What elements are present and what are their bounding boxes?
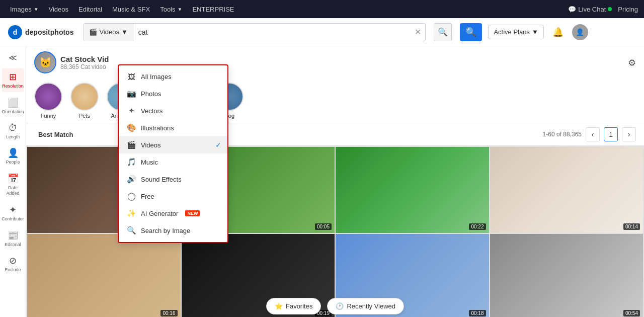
search-type-selector[interactable]: 🎬 Videos ▼ <box>84 24 133 41</box>
logo-text: depositphotos <box>25 28 73 36</box>
dropdown-videos[interactable]: 🎬 Videos ✓ <box>119 136 227 153</box>
favorites-button[interactable]: ⭐ Favorites <box>266 298 321 314</box>
orientation-icon: ⬜ <box>8 97 19 108</box>
active-plans-button[interactable]: Active Plans ▼ <box>488 25 543 39</box>
table-row[interactable]: 00:14 <box>490 147 643 233</box>
people-icon: 👤 <box>8 147 19 158</box>
user-avatar[interactable]: 👤 <box>572 24 588 40</box>
videos-icon: 🎬 <box>127 140 136 149</box>
video-duration: 00:05 <box>315 223 332 230</box>
category-pets[interactable]: Pets <box>70 83 99 119</box>
dropdown-search-by-image[interactable]: 🔍 Search by Image <box>119 222 227 239</box>
bottom-bar: ⭐ Favorites 🕐 Recently Viewed <box>26 295 644 317</box>
sound-effects-icon: 🔊 <box>127 175 136 184</box>
pagination-prev-button[interactable]: ‹ <box>586 127 600 141</box>
best-match-button[interactable]: Best Match <box>34 129 77 140</box>
settings-icon-button[interactable]: ⚙ <box>628 57 636 68</box>
sidebar-item-resolution[interactable]: ⊞ Resolution <box>2 68 24 92</box>
recently-viewed-button[interactable]: 🕐 Recently Viewed <box>327 298 404 314</box>
page-title-block: Cat Stock Vid 88,365 Cat video <box>60 55 109 70</box>
sidebar-item-orientation[interactable]: ⬜ Orientation <box>2 94 24 118</box>
sidebar-item-exclude[interactable]: ⊘ Exclude <box>2 252 24 276</box>
sidebar-toggle-button[interactable]: ≪ <box>4 50 22 64</box>
illustrations-icon: 🎨 <box>127 123 136 132</box>
pricing-button[interactable]: Pricing <box>618 6 638 13</box>
nav-enterprise[interactable]: ENTERPRISE <box>188 4 238 15</box>
page-subtitle: 88,365 Cat video <box>60 63 109 70</box>
chat-icon: 💬 <box>568 6 576 13</box>
sidebar-item-date-added[interactable]: 📅 Date Added <box>2 170 24 199</box>
dropdown-illustrations[interactable]: 🎨 Illustrations <box>119 119 227 136</box>
dropdown-photos[interactable]: 📷 Photos <box>119 85 227 102</box>
search-by-image-icon: 🔍 <box>127 226 136 235</box>
funny-circle-img <box>34 83 62 111</box>
dropdown-sound-effects[interactable]: 🔊 Sound Effects <box>119 171 227 188</box>
video-thumbnail-bg <box>336 147 489 233</box>
music-icon: 🎵 <box>127 157 136 167</box>
video-search-icon: 🎬 <box>89 28 97 36</box>
table-row[interactable]: 00:22 <box>336 147 489 233</box>
contributor-icon: ✦ <box>9 204 17 215</box>
search-input-wrap: 🎬 Videos ▼ ✕ <box>84 23 426 41</box>
free-icon: ◯ <box>127 192 136 201</box>
photos-cat-circle[interactable]: 🐱 <box>34 51 56 73</box>
nav-tools[interactable]: Tools ▼ <box>156 4 186 15</box>
main-layout: ≪ ⊞ Resolution ⬜ Orientation ⏱ Length 👤 … <box>0 46 644 317</box>
search-magnifier-icon: 🔍 <box>465 27 476 38</box>
notifications-button[interactable]: 🔔 <box>550 24 566 40</box>
star-icon: ⭐ <box>275 302 283 310</box>
sidebar-item-people[interactable]: 👤 People <box>2 144 24 168</box>
visual-search-button[interactable]: 🔍 <box>434 23 452 41</box>
visual-search-icon: 🔍 <box>438 27 448 37</box>
top-nav: Images ▼ Videos Editorial Music & SFX To… <box>0 0 644 18</box>
exclude-icon: ⊘ <box>9 255 17 266</box>
selector-arrow-icon: ▼ <box>121 28 128 36</box>
search-button[interactable]: 🔍 <box>460 23 482 41</box>
search-type-dropdown: 🖼 All Images 📷 Photos ✦ Vectors 🎨 Illust… <box>118 64 228 243</box>
date-added-icon: 📅 <box>8 173 19 184</box>
tools-arrow-icon: ▼ <box>178 7 183 12</box>
pagination-info: 1-60 of 88,365 <box>543 131 582 138</box>
dropdown-free[interactable]: ◯ Free <box>119 188 227 205</box>
nav-images[interactable]: Images ▼ <box>6 4 43 15</box>
nav-videos[interactable]: Videos <box>45 4 73 15</box>
images-arrow-icon: ▼ <box>34 7 39 12</box>
pets-circle-img <box>70 83 99 111</box>
content-area: 🐱 Cat Stock Vid 88,365 Cat video ⚙ Funny… <box>26 46 644 317</box>
photos-icon: 📷 <box>127 89 136 98</box>
ai-generator-icon: ✨ <box>127 209 136 218</box>
all-images-icon: 🖼 <box>127 72 136 81</box>
sidebar-item-contributor[interactable]: ✦ Contributor <box>2 201 24 225</box>
dropdown-ai-generator[interactable]: ✨ AI Generator NEW <box>119 205 227 222</box>
length-icon: ⏱ <box>9 123 18 133</box>
nav-music-sfx[interactable]: Music & SFX <box>108 4 154 15</box>
top-nav-right: 💬 Live Chat Pricing <box>568 6 638 13</box>
check-icon: ✓ <box>215 141 221 149</box>
dropdown-all-images[interactable]: 🖼 All Images <box>119 68 227 85</box>
clear-search-button[interactable]: ✕ <box>411 27 425 37</box>
sidebar-item-length[interactable]: ⏱ Length <box>2 120 24 143</box>
new-badge: NEW <box>185 210 200 216</box>
active-plans-arrow-icon: ▼ <box>532 28 538 36</box>
left-sidebar: ≪ ⊞ Resolution ⬜ Orientation ⏱ Length 👤 … <box>0 46 26 317</box>
resolution-icon: ⊞ <box>9 71 17 83</box>
live-chat-button[interactable]: 💬 Live Chat <box>568 6 612 13</box>
video-thumbnail-bg <box>490 147 643 233</box>
search-input[interactable] <box>133 28 411 36</box>
logo[interactable]: d depositphotos <box>8 25 73 39</box>
video-duration: 00:14 <box>623 223 640 230</box>
video-duration: 00:22 <box>469 223 486 230</box>
pagination-current-page[interactable]: 1 <box>604 127 618 141</box>
clock-icon: 🕐 <box>336 302 344 310</box>
category-funny[interactable]: Funny <box>34 83 62 119</box>
editorial-icon: 📰 <box>8 230 19 241</box>
page-title: Cat Stock Vid <box>60 55 109 63</box>
dropdown-music[interactable]: 🎵 Music <box>119 153 227 171</box>
sidebar-item-editorial[interactable]: 📰 Editorial <box>2 227 24 251</box>
nav-editorial[interactable]: Editorial <box>74 4 106 15</box>
bell-icon: 🔔 <box>552 27 564 38</box>
dropdown-vectors[interactable]: ✦ Vectors <box>119 102 227 119</box>
logo-icon: d <box>8 25 22 39</box>
live-dot-indicator <box>608 7 612 11</box>
pagination-next-button[interactable]: › <box>622 127 636 141</box>
